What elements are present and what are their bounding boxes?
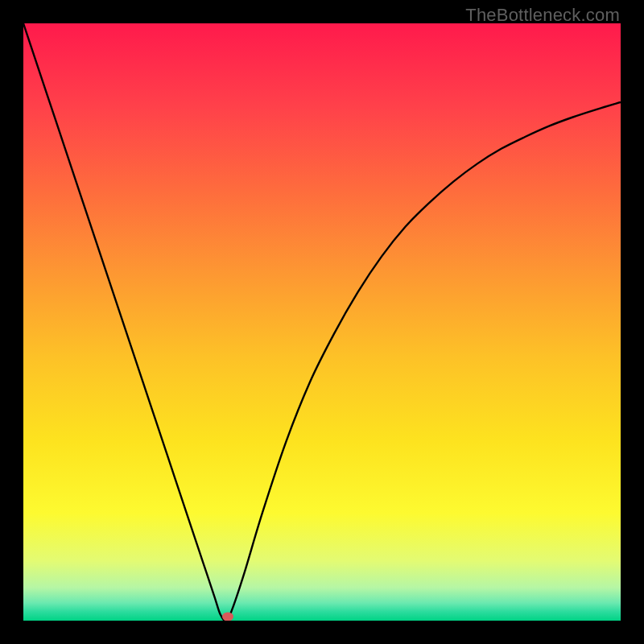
optimal-point-marker — [222, 612, 233, 621]
bottleneck-curve — [23, 23, 621, 621]
chart-frame: TheBottleneck.com — [0, 0, 644, 644]
plot-area — [23, 23, 621, 621]
curve-path — [23, 23, 621, 621]
watermark-text: TheBottleneck.com — [465, 5, 620, 26]
